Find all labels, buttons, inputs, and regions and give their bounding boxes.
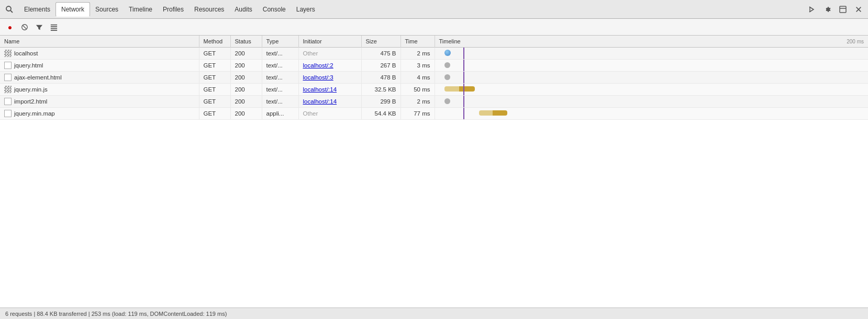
table-row[interactable]: import2.htmlGET200text/...localhost/:142…: [0, 96, 868, 108]
file-icon: [4, 62, 12, 69]
filter-button[interactable]: [34, 21, 45, 33]
list-view-button[interactable]: [48, 21, 60, 33]
cell-time: 50 ms: [400, 84, 435, 96]
cell-method: GET: [199, 48, 230, 60]
table-row[interactable]: ajax-element.htmlGET200text/...localhost…: [0, 72, 868, 84]
cell-status: 200: [230, 72, 262, 84]
cell-name: jquery.html: [0, 60, 199, 72]
dock-icon[interactable]: [837, 3, 849, 16]
svg-point-0: [6, 6, 11, 11]
timeline-scale: 200 ms: [847, 39, 864, 44]
table-row[interactable]: jquery.min.jsGET200text/...localhost/:14…: [0, 84, 868, 96]
cell-type: text/...: [262, 48, 298, 60]
tab-profiles[interactable]: Profiles: [158, 2, 189, 17]
svg-rect-3: [840, 6, 846, 13]
tab-resources[interactable]: Resources: [189, 2, 229, 17]
cell-timeline: [435, 48, 868, 60]
svg-rect-11: [51, 26, 57, 27]
svg-line-8: [23, 25, 27, 29]
table-header: Name Method Status Type Initiator Size T…: [0, 36, 868, 48]
cell-initiator[interactable]: localhost/:14: [298, 84, 361, 96]
initiator-link[interactable]: localhost/:14: [303, 86, 337, 93]
cell-status: 200: [230, 108, 262, 120]
cell-initiator[interactable]: localhost/:3: [298, 72, 361, 84]
cell-timeline: [435, 84, 868, 96]
col-header-method[interactable]: Method: [199, 36, 230, 48]
cell-size: 54.4 KB: [361, 108, 400, 120]
execute-icon[interactable]: [805, 3, 818, 16]
cell-status: 200: [230, 84, 262, 96]
settings-icon[interactable]: [821, 3, 833, 16]
col-header-size[interactable]: Size: [361, 36, 400, 48]
tab-timeline[interactable]: Timeline: [124, 2, 158, 17]
cell-type: text/...: [262, 96, 298, 108]
grid-icon: [4, 50, 12, 57]
cell-name: jquery.min.js: [0, 84, 199, 96]
cell-status: 200: [230, 96, 262, 108]
cell-method: GET: [199, 96, 230, 108]
cell-method: GET: [199, 60, 230, 72]
cell-initiator: Other: [298, 108, 361, 120]
table-row[interactable]: jquery.min.mapGET200appli...Other54.4 KB…: [0, 108, 868, 120]
search-button[interactable]: [3, 3, 16, 16]
initiator-link[interactable]: localhost/:2: [303, 62, 333, 69]
cell-method: GET: [199, 84, 230, 96]
cell-timeline: [435, 72, 868, 84]
cell-type: appli...: [262, 108, 298, 120]
tab-console[interactable]: Console: [258, 2, 291, 17]
cell-size: 478 B: [361, 72, 400, 84]
table-row[interactable]: jquery.htmlGET200text/...localhost/:2267…: [0, 60, 868, 72]
tab-layers[interactable]: Layers: [291, 2, 320, 17]
file-icon: [4, 110, 12, 117]
cell-timeline: [435, 96, 868, 108]
cell-type: text/...: [262, 84, 298, 96]
cell-size: 299 B: [361, 96, 400, 108]
initiator-link[interactable]: localhost/:14: [303, 98, 337, 105]
col-header-time[interactable]: Time: [400, 36, 435, 48]
cell-size: 475 B: [361, 48, 400, 60]
tab-sources[interactable]: Sources: [90, 2, 124, 17]
record-button[interactable]: ●: [4, 21, 16, 33]
clear-button[interactable]: [19, 21, 30, 33]
table-row[interactable]: localhostGET200text/...Other475 B2 ms: [0, 48, 868, 60]
network-toolbar: ●: [0, 19, 868, 36]
statusbar: 6 requests | 88.4 KB transferred | 253 m…: [0, 307, 868, 319]
cell-type: text/...: [262, 60, 298, 72]
col-header-timeline[interactable]: Timeline 200 ms: [435, 36, 868, 48]
cell-size: 32.5 KB: [361, 84, 400, 96]
col-header-status[interactable]: Status: [230, 36, 262, 48]
tab-audits[interactable]: Audits: [229, 2, 257, 17]
file-icon: [4, 74, 12, 81]
cell-time: 77 ms: [400, 108, 435, 120]
topbar-right-icons: [805, 3, 865, 16]
cell-name: import2.html: [0, 96, 199, 108]
close-icon[interactable]: [852, 3, 865, 16]
initiator-link[interactable]: localhost/:3: [303, 74, 333, 81]
cell-method: GET: [199, 72, 230, 84]
statusbar-text: 6 requests | 88.4 KB transferred | 253 m…: [5, 311, 227, 317]
file-icon: [4, 98, 12, 105]
cell-time: 2 ms: [400, 48, 435, 60]
col-header-name[interactable]: Name: [0, 36, 199, 48]
col-header-type[interactable]: Type: [262, 36, 298, 48]
cell-timeline: [435, 108, 868, 120]
svg-line-1: [10, 10, 13, 13]
cell-time: 2 ms: [400, 96, 435, 108]
svg-rect-13: [51, 30, 57, 31]
tab-elements[interactable]: Elements: [19, 2, 55, 17]
cell-method: GET: [199, 108, 230, 120]
cell-initiator[interactable]: localhost/:2: [298, 60, 361, 72]
cell-type: text/...: [262, 72, 298, 84]
cell-size: 267 B: [361, 60, 400, 72]
network-table[interactable]: Name Method Status Type Initiator Size T…: [0, 36, 868, 307]
cell-initiator[interactable]: localhost/:14: [298, 96, 361, 108]
cell-name: localhost: [0, 48, 199, 60]
col-header-initiator[interactable]: Initiator: [298, 36, 361, 48]
svg-rect-12: [51, 28, 57, 29]
cell-timeline: [435, 60, 868, 72]
cell-name: ajax-element.html: [0, 72, 199, 84]
svg-marker-9: [36, 25, 42, 30]
grid-icon: [4, 86, 12, 93]
tab-network[interactable]: Network: [55, 2, 90, 17]
cell-time: 3 ms: [400, 60, 435, 72]
